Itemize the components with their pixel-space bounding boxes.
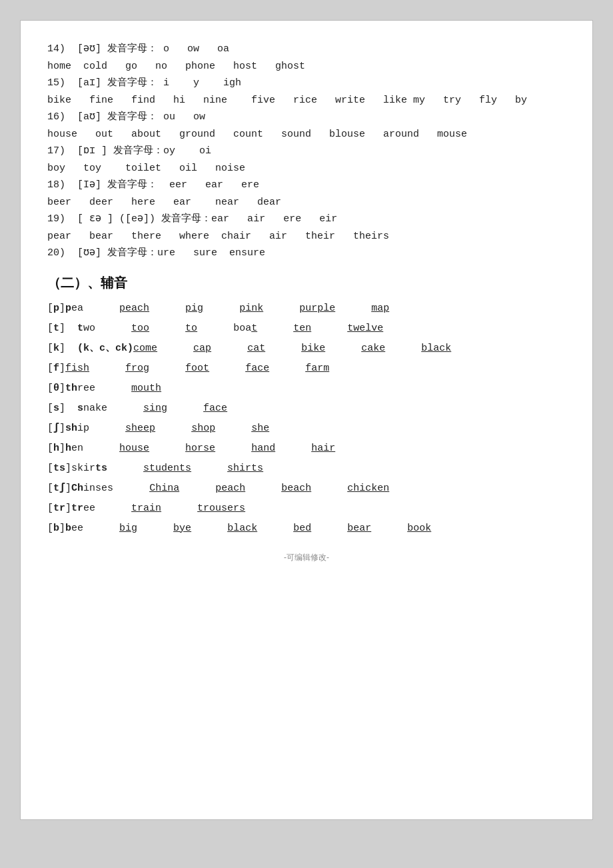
row-s: [s] snake sing face: [47, 399, 566, 419]
line-16-header: 16) [aʊ] 发音字母： ou ow: [47, 109, 566, 126]
section-consonants-header: （二）、辅音: [47, 274, 566, 292]
line-15-words: bike fine find hi nine five rice write l…: [47, 92, 566, 109]
line-18-words: beer deer here ear near dear: [47, 194, 566, 211]
line-19-words: pear bear there where chair air their th…: [47, 228, 566, 245]
row-tr: [tr]tree train trousers: [47, 499, 566, 519]
footer-text: -可编辑修改-: [47, 552, 566, 563]
line-17-words: boy toy toilet oil noise: [47, 160, 566, 177]
line-15-header: 15) [aɪ] 发音字母： i y igh: [47, 75, 566, 92]
row-p: [p]pea peach pig pink purple map: [47, 299, 566, 319]
main-page: 14) [əʊ] 发音字母： o ow oa home cold go no p…: [20, 20, 593, 820]
row-t: [t] two too to boat ten twelve: [47, 319, 566, 339]
row-k: [k] (k、c、ck)come cap cat bike cake black: [47, 339, 566, 359]
line-14-header: 14) [əʊ] 发音字母： o ow oa: [47, 41, 566, 58]
row-theta: [θ]three mouth: [47, 379, 566, 399]
line-17-header: 17) [ɒɪ ] 发音字母：oy oi: [47, 143, 566, 160]
row-sh: [ʃ]ship sheep shop she: [47, 419, 566, 439]
row-tch: [tʃ]Chinses China peach beach chicken: [47, 479, 566, 499]
row-b: [b]bee big bye black bed bear book: [47, 519, 566, 539]
line-20-header: 20) [ʊə] 发音字母：ure sure ensure: [47, 245, 566, 262]
line-19-header: 19) [ ɛə ] ([eə]) 发音字母：ear air ere eir: [47, 211, 566, 228]
line-16-words: house out about ground count sound blous…: [47, 126, 566, 143]
line-14-words: home cold go no phone host ghost: [47, 58, 566, 75]
row-h: [h]hen house horse hand hair: [47, 439, 566, 459]
row-ts: [ts]skirts students shirts: [47, 459, 566, 479]
row-f: [f]fish frog foot face farm: [47, 359, 566, 379]
line-18-header: 18) [Iə] 发音字母： eer ear ere: [47, 177, 566, 194]
